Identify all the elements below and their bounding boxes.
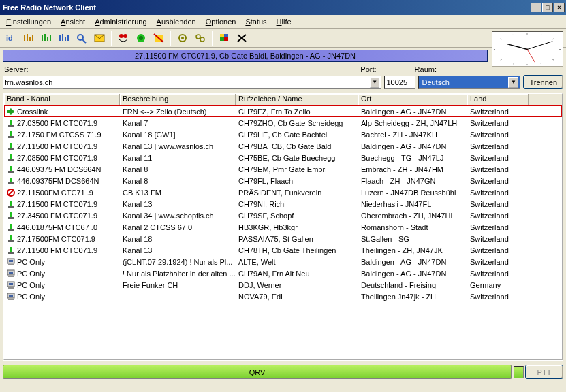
table-cell: St.Gallen - SG [358, 235, 467, 243]
col-ort[interactable]: Ort [358, 94, 467, 105]
svg-rect-9 [59, 35, 61, 41]
table-row[interactable]: 27.08500 FM CTC071.9Kanal 11CH75BE, Cb G… [4, 152, 562, 163]
gear1-button[interactable] [174, 30, 191, 46]
gear2-button[interactable] [192, 30, 208, 46]
svg-rect-63 [10, 224, 12, 229]
svg-point-19 [139, 36, 143, 40]
table-row[interactable]: 27.03500 FM CTC071.9Kanal 7CH79ZHO, Cb G… [4, 117, 562, 129]
table-cell: CH78TH, Cb Gate Theilingen [236, 246, 358, 255]
id-button[interactable]: id [3, 30, 19, 46]
table-cell: Alp Scheidegg - ZH, JN47LH [358, 119, 467, 127]
close-button[interactable]: × [554, 3, 565, 12]
maximize-button[interactable]: □ [542, 3, 553, 12]
table-row[interactable]: CrosslinkFRN <--> Zello (Deutsch)CH79FZ,… [4, 105, 562, 117]
server-input[interactable] [5, 78, 370, 86]
svg-point-16 [119, 34, 123, 38]
mail-button[interactable] [91, 30, 108, 46]
col-band[interactable]: Band - Kanal [4, 94, 120, 105]
table-row[interactable]: 446.09375FM DCS664NKanal 8CH79FL, Flaach… [4, 175, 562, 186]
table-cell: Kanal 13 [120, 246, 236, 255]
separator [212, 31, 213, 46]
menu-status[interactable]: Status [240, 16, 271, 27]
table-row[interactable]: PC OnlyNOVA79, EdiTheilingen Jn47jk - ZH… [4, 291, 562, 302]
room-combo[interactable]: Deutsch ▼ [418, 76, 520, 89]
table-row[interactable]: 27.11500 FM CTC071.9Kanal 13 | www.wasnl… [4, 140, 562, 152]
ptt-button[interactable]: PTT [525, 365, 563, 379]
menu-einstellungen[interactable]: Einstellungen [1, 16, 56, 27]
svg-point-13 [78, 35, 83, 40]
table-cell: 27.11500 FM CTC071.9 [4, 246, 120, 255]
server-combo[interactable]: ▼ [3, 76, 381, 89]
table-row[interactable]: PC OnlyFreie Funker CHDDJ, WernerDeutsch… [4, 279, 562, 291]
svg-rect-61 [10, 212, 12, 217]
svg-rect-66 [8, 240, 14, 242]
svg-rect-59 [10, 201, 12, 206]
qrv-indicator[interactable]: QRV [3, 365, 512, 379]
tool-eq1[interactable] [20, 30, 37, 46]
svg-rect-51 [10, 154, 12, 159]
svg-rect-74 [8, 276, 14, 277]
tool-eq3[interactable] [56, 30, 72, 46]
list-body[interactable]: CrosslinkFRN <--> Zello (Deutsch)CH79FZ,… [4, 105, 562, 360]
network-button[interactable] [133, 30, 149, 46]
table-cell: CH79NI, Richi [236, 200, 358, 208]
table-row[interactable]: 27.34500 FM CTC071.9Kanal 34 | www.schop… [4, 210, 562, 221]
col-land[interactable]: Land [467, 94, 529, 105]
table-cell: 27.11500FM CTC71 .9 [4, 189, 120, 197]
menu-hilfe[interactable]: Hilfe [272, 16, 296, 27]
table-cell: Switzerland [467, 154, 529, 162]
table-cell: Kanal 11 [120, 154, 236, 162]
menu-ansicht[interactable]: Ansicht [56, 16, 90, 27]
table-row[interactable]: PC Only(jCLNT.07.29.1924) ! Nur als Pl..… [4, 256, 562, 267]
menu-administrierung[interactable]: Administrierung [90, 16, 151, 27]
table-cell: CH79AN, Frn Alt Neu [236, 270, 358, 278]
disconnect-button[interactable]: Trennen [523, 75, 563, 89]
table-cell: Baldingen - AG - JN47DN [358, 108, 467, 116]
chevron-down-icon[interactable]: ▼ [370, 77, 380, 88]
menu-optionen[interactable]: Optionen [201, 16, 241, 27]
svg-line-58 [8, 190, 14, 195]
table-row[interactable]: 27.1750 FM CTCSS 71.9Kanal 18 [GW1]CH79H… [4, 129, 562, 140]
svg-rect-6 [44, 34, 46, 41]
svg-rect-10 [62, 34, 63, 41]
table-cell: PC Only [4, 293, 120, 301]
table-cell: CH79HE, Cb Gate Bachtel [236, 131, 358, 139]
svg-rect-26 [220, 34, 224, 37]
table-row[interactable]: 27.11500FM CTC71 .9CB K13 FMPRÄSIDENT, F… [4, 186, 562, 198]
delete-button[interactable] [234, 30, 250, 46]
table-row[interactable]: 27.17500FM CTC071.9Kanal 18PASSAIA75, St… [4, 233, 562, 244]
svg-rect-49 [10, 143, 12, 148]
table-row[interactable]: 446.09375 FM DCS664NKanal 8CH79EM, Pmr G… [4, 163, 562, 175]
table-cell: Kanal 2 CTCSS 67.0 [120, 223, 236, 231]
table-row[interactable]: 27.11500 FM CTC071.9Kanal 13CH79NI, Rich… [4, 198, 562, 210]
table-cell: Freie Funker CH [120, 281, 236, 289]
svg-line-38 [541, 35, 541, 35]
port-input[interactable]: 10025 [384, 76, 415, 89]
title-bar: Free Radio Network Client _ □ × [0, 0, 566, 15]
table-cell: (jCLNT.07.29.1924) ! Nur als Pl... [120, 258, 236, 266]
svg-point-17 [123, 34, 127, 38]
table-row[interactable]: PC Only! Nur als Platzhalter in der alte… [4, 267, 562, 279]
status-bar: QRV PTT [0, 363, 566, 381]
menu-ausblenden[interactable]: Ausblenden [152, 16, 201, 27]
table-row[interactable]: 27.11500 FM CTC071.9Kanal 13CH78TH, Cb G… [4, 244, 562, 256]
table-row[interactable]: 446.01875FM CTC67 .0Kanal 2 CTCSS 67.0HB… [4, 221, 562, 233]
record-button[interactable] [115, 30, 131, 46]
table-cell: PRÄSIDENT, Funkverein [236, 189, 358, 197]
mute-button[interactable] [151, 30, 167, 46]
window-title: Free Radio Network Client [3, 3, 531, 12]
col-rufzeichen[interactable]: Rufzeichen / Name [236, 94, 358, 105]
tool-eq2[interactable] [38, 30, 54, 46]
flag-button[interactable] [216, 30, 232, 46]
table-cell: Kanal 18 [120, 235, 236, 243]
table-cell: PC Only [4, 258, 120, 266]
minimize-button[interactable]: _ [531, 3, 541, 12]
svg-rect-53 [10, 166, 12, 171]
search-button[interactable] [74, 30, 90, 46]
table-cell: Deutschland - Freising [358, 281, 467, 289]
col-beschreibung[interactable]: Beschreibung [120, 94, 236, 105]
table-cell: Theilingen - ZH, JN47JK [358, 246, 467, 255]
gw-icon [7, 154, 15, 162]
chevron-down-icon[interactable]: ▼ [508, 77, 518, 88]
table-cell: Switzerland [467, 212, 529, 220]
